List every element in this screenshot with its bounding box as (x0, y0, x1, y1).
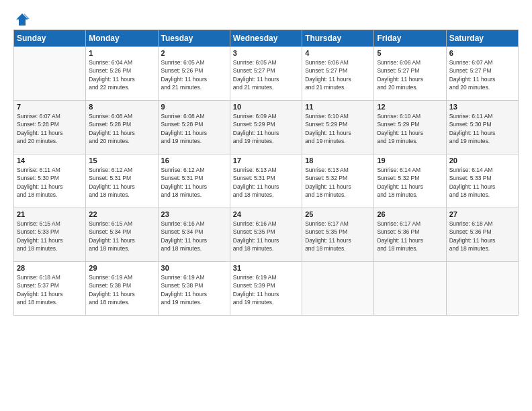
day-info: Sunrise: 6:17 AM Sunset: 5:35 PM Dayligh… (305, 220, 371, 253)
day-info: Sunrise: 6:06 AM Sunset: 5:27 PM Dayligh… (305, 58, 371, 91)
day-info: Sunrise: 6:16 AM Sunset: 5:34 PM Dayligh… (161, 220, 227, 253)
calendar-cell: 30Sunrise: 6:19 AM Sunset: 5:38 PM Dayli… (158, 262, 230, 316)
calendar-cell: 15Sunrise: 6:12 AM Sunset: 5:31 PM Dayli… (86, 154, 158, 208)
day-number: 24 (233, 210, 299, 218)
calendar-week-row: 14Sunrise: 6:11 AM Sunset: 5:30 PM Dayli… (14, 154, 519, 208)
calendar-header-thursday: Thursday (302, 30, 374, 47)
day-info: Sunrise: 6:14 AM Sunset: 5:33 PM Dayligh… (449, 166, 515, 199)
calendar-cell: 20Sunrise: 6:14 AM Sunset: 5:33 PM Dayli… (446, 154, 518, 208)
page: SundayMondayTuesdayWednesdayThursdayFrid… (0, 0, 532, 411)
calendar-cell: 12Sunrise: 6:10 AM Sunset: 5:29 PM Dayli… (374, 101, 446, 154)
day-number: 20 (449, 156, 515, 165)
day-number: 21 (17, 210, 83, 218)
calendar-cell: 23Sunrise: 6:16 AM Sunset: 5:34 PM Dayli… (158, 208, 230, 262)
calendar-week-row: 1Sunrise: 6:04 AM Sunset: 5:26 PM Daylig… (14, 47, 519, 101)
day-number: 22 (89, 210, 154, 218)
day-number: 4 (305, 49, 371, 57)
calendar-week-row: 28Sunrise: 6:18 AM Sunset: 5:37 PM Dayli… (14, 262, 519, 316)
day-info: Sunrise: 6:19 AM Sunset: 5:38 PM Dayligh… (89, 273, 154, 306)
day-info: Sunrise: 6:11 AM Sunset: 5:30 PM Dayligh… (449, 112, 515, 145)
logo-icon (15, 12, 30, 27)
day-info: Sunrise: 6:16 AM Sunset: 5:35 PM Dayligh… (233, 220, 299, 253)
day-number: 2 (161, 49, 227, 57)
day-number: 23 (161, 210, 227, 218)
day-number: 16 (161, 156, 227, 165)
calendar-cell: 26Sunrise: 6:17 AM Sunset: 5:36 PM Dayli… (374, 208, 446, 262)
calendar-cell (14, 47, 86, 101)
day-number: 30 (161, 264, 227, 272)
calendar-cell: 6Sunrise: 6:07 AM Sunset: 5:27 PM Daylig… (446, 47, 518, 101)
calendar-cell: 14Sunrise: 6:11 AM Sunset: 5:30 PM Dayli… (14, 154, 86, 208)
calendar-cell: 2Sunrise: 6:05 AM Sunset: 5:26 PM Daylig… (158, 47, 230, 101)
day-info: Sunrise: 6:07 AM Sunset: 5:28 PM Dayligh… (17, 112, 83, 145)
calendar-cell: 10Sunrise: 6:09 AM Sunset: 5:29 PM Dayli… (230, 101, 302, 154)
calendar-cell: 21Sunrise: 6:15 AM Sunset: 5:33 PM Dayli… (14, 208, 86, 262)
header (13, 12, 519, 24)
calendar-cell: 16Sunrise: 6:12 AM Sunset: 5:31 PM Dayli… (158, 154, 230, 208)
logo (13, 12, 30, 24)
calendar-cell: 1Sunrise: 6:04 AM Sunset: 5:26 PM Daylig… (86, 47, 158, 101)
day-info: Sunrise: 6:17 AM Sunset: 5:36 PM Dayligh… (377, 220, 443, 253)
calendar-cell: 7Sunrise: 6:07 AM Sunset: 5:28 PM Daylig… (14, 101, 86, 154)
calendar-cell: 4Sunrise: 6:06 AM Sunset: 5:27 PM Daylig… (302, 47, 374, 101)
calendar-cell: 24Sunrise: 6:16 AM Sunset: 5:35 PM Dayli… (230, 208, 302, 262)
day-number: 3 (233, 49, 299, 57)
calendar-header-friday: Friday (374, 30, 446, 47)
day-info: Sunrise: 6:11 AM Sunset: 5:30 PM Dayligh… (17, 166, 83, 199)
calendar-cell: 3Sunrise: 6:05 AM Sunset: 5:27 PM Daylig… (230, 47, 302, 101)
calendar-cell (446, 262, 518, 316)
day-info: Sunrise: 6:12 AM Sunset: 5:31 PM Dayligh… (161, 166, 227, 199)
calendar-cell: 5Sunrise: 6:06 AM Sunset: 5:27 PM Daylig… (374, 47, 446, 101)
day-info: Sunrise: 6:05 AM Sunset: 5:27 PM Dayligh… (233, 58, 299, 91)
calendar-cell: 27Sunrise: 6:18 AM Sunset: 5:36 PM Dayli… (446, 208, 518, 262)
day-info: Sunrise: 6:15 AM Sunset: 5:34 PM Dayligh… (89, 220, 154, 253)
calendar-header-tuesday: Tuesday (158, 30, 230, 47)
svg-marker-0 (16, 13, 28, 26)
day-info: Sunrise: 6:12 AM Sunset: 5:31 PM Dayligh… (89, 166, 154, 199)
calendar: SundayMondayTuesdayWednesdayThursdayFrid… (13, 30, 519, 316)
day-number: 28 (17, 264, 83, 272)
calendar-cell: 9Sunrise: 6:08 AM Sunset: 5:28 PM Daylig… (158, 101, 230, 154)
day-info: Sunrise: 6:09 AM Sunset: 5:29 PM Dayligh… (233, 112, 299, 145)
day-info: Sunrise: 6:18 AM Sunset: 5:36 PM Dayligh… (449, 220, 515, 253)
calendar-cell: 22Sunrise: 6:15 AM Sunset: 5:34 PM Dayli… (86, 208, 158, 262)
day-number: 25 (305, 210, 371, 218)
day-number: 18 (305, 156, 371, 165)
day-info: Sunrise: 6:10 AM Sunset: 5:29 PM Dayligh… (377, 112, 443, 145)
calendar-header-row: SundayMondayTuesdayWednesdayThursdayFrid… (14, 30, 519, 47)
calendar-cell (374, 262, 446, 316)
day-info: Sunrise: 6:19 AM Sunset: 5:39 PM Dayligh… (233, 273, 299, 306)
calendar-cell: 28Sunrise: 6:18 AM Sunset: 5:37 PM Dayli… (14, 262, 86, 316)
day-info: Sunrise: 6:04 AM Sunset: 5:26 PM Dayligh… (89, 58, 154, 91)
calendar-week-row: 7Sunrise: 6:07 AM Sunset: 5:28 PM Daylig… (14, 101, 519, 154)
day-number: 19 (377, 156, 443, 165)
day-info: Sunrise: 6:05 AM Sunset: 5:26 PM Dayligh… (161, 58, 227, 91)
calendar-header-saturday: Saturday (446, 30, 518, 47)
day-number: 10 (233, 103, 299, 111)
calendar-cell: 31Sunrise: 6:19 AM Sunset: 5:39 PM Dayli… (230, 262, 302, 316)
day-number: 13 (449, 103, 515, 111)
day-info: Sunrise: 6:13 AM Sunset: 5:31 PM Dayligh… (233, 166, 299, 199)
calendar-header-wednesday: Wednesday (230, 30, 302, 47)
day-number: 9 (161, 103, 227, 111)
day-number: 6 (449, 49, 515, 57)
day-info: Sunrise: 6:14 AM Sunset: 5:32 PM Dayligh… (377, 166, 443, 199)
day-info: Sunrise: 6:19 AM Sunset: 5:38 PM Dayligh… (161, 273, 227, 306)
day-number: 27 (449, 210, 515, 218)
calendar-cell: 8Sunrise: 6:08 AM Sunset: 5:28 PM Daylig… (86, 101, 158, 154)
day-info: Sunrise: 6:06 AM Sunset: 5:27 PM Dayligh… (377, 58, 443, 91)
day-number: 31 (233, 264, 299, 272)
day-number: 12 (377, 103, 443, 111)
day-number: 5 (377, 49, 443, 57)
day-number: 11 (305, 103, 371, 111)
day-info: Sunrise: 6:08 AM Sunset: 5:28 PM Dayligh… (89, 112, 154, 145)
calendar-cell: 17Sunrise: 6:13 AM Sunset: 5:31 PM Dayli… (230, 154, 302, 208)
calendar-header-monday: Monday (86, 30, 158, 47)
calendar-cell: 25Sunrise: 6:17 AM Sunset: 5:35 PM Dayli… (302, 208, 374, 262)
day-info: Sunrise: 6:10 AM Sunset: 5:29 PM Dayligh… (305, 112, 371, 145)
calendar-cell: 19Sunrise: 6:14 AM Sunset: 5:32 PM Dayli… (374, 154, 446, 208)
calendar-week-row: 21Sunrise: 6:15 AM Sunset: 5:33 PM Dayli… (14, 208, 519, 262)
day-info: Sunrise: 6:08 AM Sunset: 5:28 PM Dayligh… (161, 112, 227, 145)
day-number: 29 (89, 264, 154, 272)
calendar-cell: 18Sunrise: 6:13 AM Sunset: 5:32 PM Dayli… (302, 154, 374, 208)
